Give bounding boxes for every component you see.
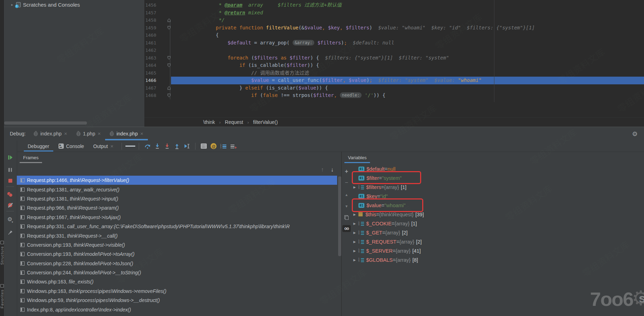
breadcrumb-item-namespace[interactable]: \think [203,119,215,125]
frame-row[interactable]: Conversion.php:193, think\model\Pivot->t… [17,250,337,259]
stack-frame-icon [20,289,25,293]
variable-row[interactable]: 01$value = "whoami" [351,201,644,210]
debug-session-tab[interactable]: index.php× [105,127,148,140]
add-to-watches-icon[interactable] [228,142,238,151]
toolbar-separator [6,211,14,211]
copy-icon[interactable] [342,213,351,222]
expand-arrow-icon[interactable]: ▶ [351,258,358,262]
move-down-icon[interactable]: ▼ [342,202,351,210]
stop-icon[interactable] [4,176,17,185]
expand-arrow-icon[interactable]: ▶ [351,185,358,189]
vertical-scrollbar[interactable] [338,176,341,256]
gear-icon[interactable]: ⚙ [632,130,638,138]
step-out-icon[interactable] [172,142,182,151]
frame-row[interactable]: Conversion.php:244, think\model\Pivot->_… [17,268,337,277]
frame-row[interactable]: Windows.php:59, think\process\pipes\Wind… [17,296,337,305]
variable-row[interactable]: ▶$_COOKIE = {array}[1] [351,219,644,228]
pause-program-icon[interactable] [4,166,17,175]
frame-row[interactable]: Request.php:1381, array_walk_recursive() [17,185,337,194]
equals-sign: = [381,184,384,190]
frame-row[interactable]: Request.php:331, think\Request->__call() [17,231,337,240]
debug-session-tab[interactable]: 1.php× [72,127,105,140]
move-up-icon[interactable]: ▲ [342,190,351,199]
settings-gear-icon[interactable]: ⚙▾ [4,215,17,224]
breadcrumb-item-method[interactable]: filterValue() [253,119,278,125]
variable-row[interactable]: ▶$this = {think\Request}[39] [351,210,644,219]
variable-count: [1] [401,184,406,190]
expand-arrow-icon[interactable]: ▶ [351,222,358,225]
bug-icon [76,132,81,136]
frame-row[interactable]: Conversion.php:228, think\model\Pivot->t… [17,259,337,268]
bug-icon [34,132,38,136]
debug-session-tab-label: index.php [116,131,138,136]
close-icon[interactable]: × [140,132,143,135]
variable-row[interactable]: ▶$filters = {array}[1] [351,183,644,192]
show-values-inline-icon[interactable]: @ [209,142,219,151]
tab-debugger[interactable]: Debugger [23,140,54,152]
horizontal-scrollbar[interactable] [4,121,87,125]
remove-watch-icon[interactable]: − [342,178,351,187]
variable-row[interactable]: ▶$_GET = {array}[2] [351,228,644,237]
frame-row[interactable]: Index.php:8, app\index\controller\Index-… [17,305,337,314]
evaluate-expression-icon[interactable] [199,142,209,151]
step-into-icon[interactable] [152,142,162,151]
variable-row[interactable]: 01$default = null [351,164,644,174]
breadcrumb-item-class[interactable]: Request [225,119,243,125]
debug-window-label: Debug: [4,127,27,140]
previous-frame-icon[interactable]: ↑ [321,167,324,173]
debug-session-tab[interactable]: index.php× [29,127,71,140]
variable-row[interactable]: ▶$_SERVER = {array}[41] [351,246,644,255]
frame-function: think\process\pipes\Windows->removeFiles… [69,288,166,294]
tree-item-scratches-and-consoles[interactable]: ▸ Scratches and Consoles [4,0,144,8]
toolwindow-button-structure[interactable]: Structure [0,241,4,265]
stack-frame-icon [20,215,25,219]
toolwindow-button-favorites[interactable]: Favorites [0,284,4,308]
expand-arrow-icon[interactable]: ▶ [351,240,358,244]
expand-arrow-icon[interactable]: ▶ [351,249,358,253]
frame-row[interactable]: Conversion.php:193, think\Request->visib… [17,240,337,250]
equals-sign: = [393,257,396,263]
frame-function: think\Request->input() [70,196,118,202]
tab-variables[interactable]: Variables [344,152,370,163]
structure-icon [0,241,4,244]
step-over-icon[interactable] [143,142,152,151]
view-breakpoints-icon[interactable] [4,190,17,199]
resume-program-icon[interactable] [4,153,17,162]
close-icon[interactable]: × [64,132,67,135]
add-watch-icon[interactable]: + [342,167,351,176]
show-watches-icon[interactable]: oo [342,224,351,233]
variable-row[interactable]: ▶$GLOBALS = {array}[8] [351,255,644,265]
variable-row[interactable]: 01$key = "id" [351,192,644,201]
tab-output[interactable]: Output× [89,140,118,152]
variable-type-icon [358,249,364,253]
frame-row[interactable] [17,314,337,316]
frame-row[interactable]: Request.php:1466, think\Request->filterV… [17,176,337,185]
chevron-right-icon[interactable]: ▸ [11,2,13,7]
tab-frames[interactable]: Frames [20,152,42,163]
variable-row[interactable]: ▶$_REQUEST = {array}[2] [351,237,644,246]
frame-function: think\Request->param() [67,205,118,211]
close-icon[interactable]: × [98,132,101,135]
variable-row[interactable]: 01$filter = "system" [351,174,644,183]
frame-row[interactable]: Windows.php:163, think\process\pipes\Win… [17,287,337,296]
structure-label: Structure [0,246,4,265]
mute-breakpoints-icon[interactable] [4,201,17,210]
frame-row[interactable]: Request.php:331, call_user_func_array:{C… [17,222,337,231]
restore-layout-icon[interactable] [219,142,228,151]
close-icon[interactable]: × [110,145,114,148]
expand-arrow-icon[interactable]: ▶ [351,213,358,216]
run-to-cursor-icon[interactable] [182,142,192,151]
code-editor[interactable]: 1456145714581459146014611462146314641465… [144,0,644,117]
view-options-icon[interactable] [125,142,135,151]
frame-row[interactable]: Request.php:1381, think\Request->input() [17,194,337,203]
frame-row[interactable]: Windows.php:163, file_exists() [17,277,337,286]
pin-icon[interactable] [4,228,17,237]
frame-function: think\Request->filterValue() [70,177,129,183]
force-step-into-icon[interactable] [162,142,172,151]
expand-arrow-icon[interactable]: ▶ [351,231,358,234]
frame-row[interactable]: Request.php:1667, think\Request->isAjax(… [17,213,337,222]
tab-console[interactable]: Console [54,140,89,152]
equals-sign: = [393,248,396,254]
next-frame-icon[interactable]: ↓ [331,167,334,173]
frame-row[interactable]: Request.php:966, think\Request->param() [17,203,337,212]
